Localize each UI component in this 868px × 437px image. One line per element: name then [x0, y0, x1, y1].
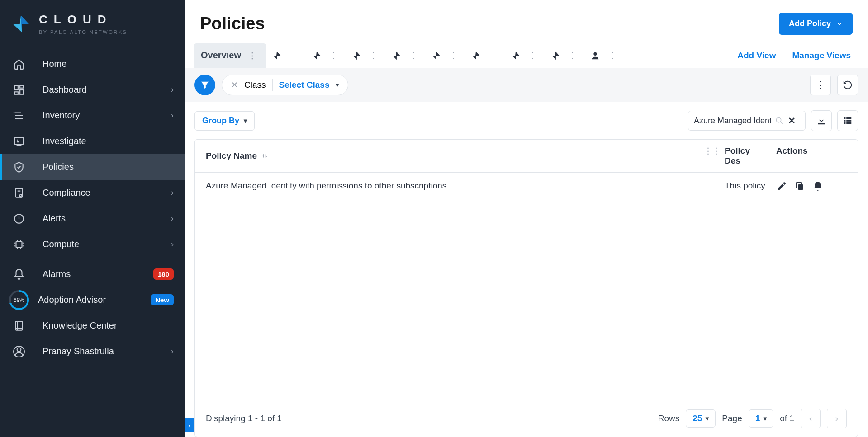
- tab-view-2[interactable]: ⋮: [306, 49, 346, 62]
- nav-user-profile[interactable]: Pranay Shastrulla ›: [0, 338, 185, 364]
- svg-rect-11: [16, 241, 22, 247]
- group-by-button[interactable]: Group By ▾: [194, 111, 255, 131]
- sort-icon: [261, 152, 268, 160]
- bell-icon: [13, 268, 25, 281]
- chevron-right-icon: ›: [171, 111, 174, 120]
- add-policy-button[interactable]: Add Policy: [779, 13, 853, 35]
- filter-chip-class: ✕ Class Select Class ▾: [222, 75, 348, 95]
- new-badge: New: [151, 294, 174, 305]
- person-tab-icon: [590, 51, 600, 61]
- tab-menu-icon[interactable]: ⋮: [407, 49, 420, 62]
- tab-view-7[interactable]: ⋮: [505, 49, 545, 62]
- displaying-count: Displaying 1 - 1 of 1: [206, 414, 282, 423]
- brand-title: CLOUD: [39, 13, 127, 27]
- tabs-bar: Overview ⋮ ⋮ ⋮ ⋮ ⋮ ⋮ ⋮ ⋮ ⋮ ⋮ Add View Ma…: [185, 43, 868, 68]
- tab-view-user[interactable]: ⋮: [585, 49, 625, 62]
- nav-divider: [0, 259, 185, 259]
- prev-page-button[interactable]: ‹: [801, 409, 821, 428]
- clear-search-icon[interactable]: ✕: [788, 115, 796, 126]
- table-toolbar: Group By ▾ ✕: [185, 102, 868, 139]
- tab-menu-icon[interactable]: ⋮: [367, 49, 380, 62]
- page-of-label: of 1: [780, 414, 794, 423]
- download-icon: [816, 116, 826, 126]
- nav-label: Knowledge Center: [43, 320, 174, 331]
- tab-view-5[interactable]: ⋮: [426, 49, 465, 62]
- download-button[interactable]: [811, 110, 832, 131]
- filter-toggle-button[interactable]: [194, 75, 215, 95]
- tab-menu-icon[interactable]: ⋮: [606, 49, 619, 62]
- nav-compliance[interactable]: Compliance ›: [0, 180, 185, 206]
- brand-logo[interactable]: CLOUD BY PALO ALTO NETWORKS: [0, 0, 185, 51]
- nav-policies[interactable]: Policies: [0, 154, 185, 180]
- col-header-desc[interactable]: Policy Des: [725, 146, 765, 166]
- svg-rect-28: [844, 117, 846, 119]
- chevron-down-icon: ▾: [336, 81, 339, 89]
- select-class-button[interactable]: Select Class: [279, 80, 330, 90]
- nav-alarms[interactable]: Alarms 180: [0, 261, 185, 287]
- nav-adoption-advisor[interactable]: 69% Adoption Advisor New: [0, 287, 185, 313]
- table-row[interactable]: Azure Managed Identity with permissions …: [195, 173, 858, 200]
- manage-views-link[interactable]: Manage Views: [784, 51, 859, 61]
- bell-icon[interactable]: [812, 181, 823, 192]
- search-box: ✕: [688, 111, 806, 131]
- svg-rect-14: [15, 321, 22, 330]
- tab-view-8[interactable]: ⋮: [545, 49, 585, 62]
- nav-label: Inventory: [43, 110, 171, 121]
- compute-icon: [13, 238, 25, 251]
- chevron-down-icon: ▾: [764, 415, 767, 422]
- tab-menu-icon[interactable]: ⋮: [246, 49, 259, 62]
- nav-dashboard[interactable]: Dashboard ›: [0, 77, 185, 103]
- page-number-select[interactable]: 1 ▾: [749, 409, 774, 428]
- col-header-name[interactable]: Policy Name: [206, 146, 700, 166]
- dashboard-icon: [13, 84, 25, 96]
- add-view-link[interactable]: Add View: [729, 51, 784, 61]
- column-drag-handle[interactable]: ⋮⋮: [700, 146, 725, 166]
- next-page-button[interactable]: ›: [827, 409, 847, 428]
- shield-icon: [13, 161, 25, 174]
- tab-overview[interactable]: Overview ⋮: [194, 43, 266, 68]
- secondary-nav: Alarms 180 69% Adoption Advisor New Know…: [0, 261, 185, 364]
- tab-menu-icon[interactable]: ⋮: [526, 49, 540, 62]
- compliance-icon: [13, 187, 25, 199]
- tab-menu-icon[interactable]: ⋮: [446, 49, 460, 62]
- search-icon: [775, 117, 783, 125]
- filter-bar: ✕ Class Select Class ▾ ⋮: [185, 68, 868, 102]
- reset-filters-button[interactable]: [837, 75, 858, 95]
- book-icon: [13, 320, 25, 332]
- page-label: Page: [722, 414, 742, 423]
- remove-filter-icon[interactable]: ✕: [231, 80, 238, 90]
- policy-desc-cell: This policy: [725, 181, 765, 192]
- nav-inventory[interactable]: Inventory ›: [0, 103, 185, 128]
- svg-rect-5: [14, 92, 18, 94]
- svg-marker-21: [432, 51, 440, 59]
- svg-marker-20: [393, 51, 400, 59]
- tab-menu-icon[interactable]: ⋮: [566, 49, 579, 62]
- tab-menu-icon[interactable]: ⋮: [287, 49, 301, 62]
- nav-alerts[interactable]: Alerts ›: [0, 206, 185, 231]
- chevron-right-icon: ›: [171, 188, 174, 197]
- table-header: Policy Name ⋮⋮ Policy Des Actions: [195, 140, 858, 173]
- copy-icon[interactable]: [794, 181, 805, 192]
- nav-label: Dashboard: [43, 85, 171, 95]
- nav-compute[interactable]: Compute ›: [0, 231, 185, 257]
- column-settings-button[interactable]: [837, 110, 858, 131]
- tab-menu-icon[interactable]: ⋮: [486, 49, 500, 62]
- nav-label: Compute: [43, 239, 171, 249]
- svg-point-25: [593, 52, 597, 55]
- tab-view-4[interactable]: ⋮: [386, 49, 426, 62]
- search-input[interactable]: [694, 116, 771, 126]
- nav-investigate[interactable]: Investigate: [0, 128, 185, 154]
- nav-label: Pranay Shastrulla: [43, 346, 171, 357]
- filter-more-button[interactable]: ⋮: [810, 75, 831, 95]
- rows-per-page-select[interactable]: 25 ▾: [686, 409, 716, 428]
- tab-view-1[interactable]: ⋮: [266, 49, 306, 62]
- tab-menu-icon[interactable]: ⋮: [327, 49, 341, 62]
- collapse-sidebar-button[interactable]: ‹: [185, 418, 194, 432]
- nav-home[interactable]: Home: [0, 51, 185, 77]
- tab-view-6[interactable]: ⋮: [465, 49, 505, 62]
- nav-knowledge-center[interactable]: Knowledge Center: [0, 313, 185, 338]
- tab-view-3[interactable]: ⋮: [346, 49, 386, 62]
- nav-label: Alerts: [43, 213, 171, 224]
- primary-nav: Home Dashboard › Inventory › Investigate…: [0, 51, 185, 257]
- edit-icon[interactable]: [776, 181, 787, 192]
